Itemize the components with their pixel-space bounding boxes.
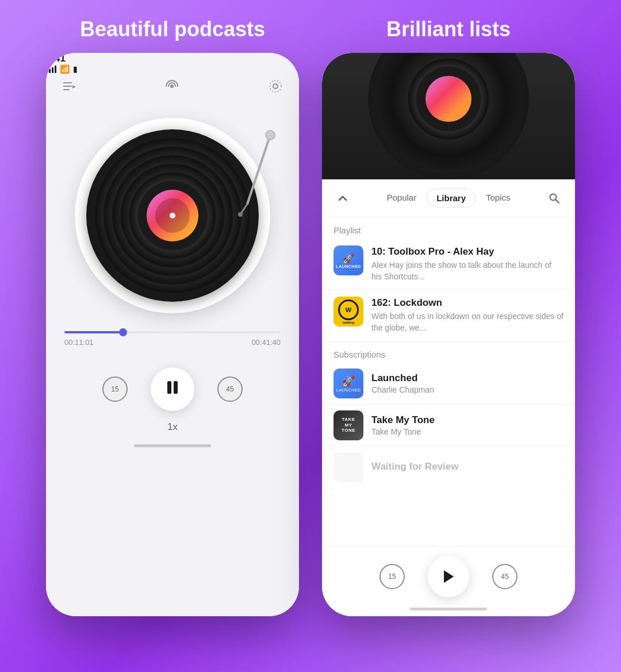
skip-forward-label: 45 <box>226 385 233 393</box>
progress-thumb <box>119 328 127 336</box>
home-indicator <box>134 444 211 447</box>
subscriptions-section-header: Subscriptions <box>322 341 575 363</box>
artwork-lockdown: W waiting <box>334 297 363 327</box>
playback-controls: 15 45 <box>46 356 299 417</box>
collapse-button[interactable] <box>334 189 352 208</box>
list-fade <box>322 489 575 506</box>
svg-marker-15 <box>444 570 454 583</box>
pause-icon <box>166 379 179 399</box>
playlist-item-2-title: 162: Lockdown <box>371 297 564 309</box>
svg-point-8 <box>266 130 275 140</box>
subscription-2-author: Take My Tone <box>371 427 564 436</box>
subscription-item-3-partial: Waiting for Review <box>322 447 575 489</box>
svg-rect-12 <box>174 381 178 394</box>
right-skip-forward-label: 45 <box>501 573 508 581</box>
playlist-item-1-text: 10: Toolbox Pro - Alex Hay Alex Hay join… <box>371 245 564 282</box>
subscription-3-text: Waiting for Review <box>371 461 564 474</box>
playlist-item-2[interactable]: W waiting 162: Lockdown With both of us … <box>322 290 575 341</box>
time-labels: 00:11:01 00:41:40 <box>64 338 281 347</box>
total-time: 00:41:40 <box>251 338 281 347</box>
artwork-take-my-tone: TAKEMYTONE <box>334 410 363 440</box>
svg-rect-11 <box>167 381 171 394</box>
svg-line-9 <box>241 204 247 213</box>
tab-popular[interactable]: Popular <box>377 189 425 208</box>
right-play-button[interactable] <box>428 556 469 597</box>
svg-line-14 <box>556 200 559 203</box>
artwork-launched-sub: 🚀 LAUNCHED <box>334 368 363 398</box>
tab-library[interactable]: Library <box>427 189 476 208</box>
tabs-row: Popular Library Topics <box>322 179 575 217</box>
vinyl-label <box>147 190 198 241</box>
signal-bars-icon <box>46 65 56 73</box>
svg-point-4 <box>170 85 174 88</box>
playlist-item-1-subtitle: Alex Hay joins the show to talk about th… <box>371 260 564 282</box>
skip-back-label: 15 <box>111 385 118 393</box>
right-skip-back-label: 15 <box>388 573 396 581</box>
play-pause-button[interactable] <box>151 367 194 411</box>
skip-back-button[interactable]: 15 <box>102 377 128 402</box>
skip-forward-button[interactable]: 45 <box>217 377 243 402</box>
right-home-indicator <box>410 608 487 610</box>
playlist-item-2-subtitle: With both of us in lockdown on our respe… <box>371 311 564 333</box>
subscription-2-text: Take My Tone Take My Tone <box>371 414 564 436</box>
album-peek <box>322 53 575 179</box>
playback-speed[interactable]: 1x <box>46 417 299 444</box>
tab-topics[interactable]: Topics <box>477 189 520 208</box>
album-label-peek <box>425 76 471 122</box>
svg-point-6 <box>270 80 281 92</box>
subscription-item-2[interactable]: TAKEMYTONE Take My Tone Take My Tone <box>322 405 575 447</box>
left-section-title: Beautiful podcasts <box>80 17 265 41</box>
svg-point-5 <box>273 84 278 89</box>
vinyl-area <box>46 103 299 322</box>
left-phone: 9:41 📶 ▮ <box>46 53 299 616</box>
subscription-1-text: Launched Charlie Chapman <box>371 373 564 394</box>
playlist-item-1-title: 10: Toolbox Pro - Alex Hay <box>371 245 564 258</box>
right-phone: Popular Library Topics Playlist 🚀 LAUNC <box>322 53 575 616</box>
tonearm <box>224 129 276 229</box>
subscription-1-title: Launched <box>371 373 564 384</box>
search-button[interactable] <box>545 189 564 208</box>
svg-line-7 <box>247 135 270 204</box>
current-time: 00:11:01 <box>64 338 94 347</box>
progress-bar[interactable] <box>64 331 281 333</box>
settings-icon[interactable] <box>268 79 283 96</box>
artwork-launched-1: 🚀 LAUNCHED <box>334 245 363 275</box>
subscription-1-author: Charlie Chapman <box>371 385 564 394</box>
status-bar: 9:41 📶 ▮ <box>46 53 299 74</box>
svg-marker-3 <box>72 85 76 89</box>
progress-fill <box>64 331 123 333</box>
cast-icon[interactable] <box>164 78 180 97</box>
queue-icon[interactable] <box>62 79 76 96</box>
subscription-item-1[interactable]: 🚀 LAUNCHED Launched Charlie Chapman <box>322 363 575 405</box>
artwork-waiting <box>334 452 363 482</box>
status-icons: 📶 ▮ <box>46 64 299 74</box>
status-time: 9:41 <box>46 53 66 64</box>
playlist-section-header: Playlist <box>322 217 575 239</box>
svg-point-10 <box>238 212 243 217</box>
right-playback-controls: 15 45 <box>322 546 575 603</box>
subscription-2-title: Take My Tone <box>371 414 564 426</box>
right-skip-back-button[interactable]: 15 <box>379 564 405 589</box>
tab-bar: Popular Library Topics <box>356 189 540 208</box>
wifi-icon: 📶 <box>60 64 70 74</box>
playlist-item-2-text: 162: Lockdown With both of us in lockdow… <box>371 297 564 333</box>
album-peek-record <box>368 53 529 179</box>
right-skip-forward-button[interactable]: 45 <box>492 564 518 589</box>
svg-point-13 <box>550 194 557 200</box>
right-section-title: Brilliant lists <box>386 17 511 41</box>
player-toolbar <box>46 74 299 103</box>
playlist-item-1[interactable]: 🚀 LAUNCHED 10: Toolbox Pro - Alex Hay Al… <box>322 239 575 290</box>
turntable-base <box>75 118 270 313</box>
subscription-3-title: Waiting for Review <box>371 461 564 473</box>
progress-section: 00:11:01 00:41:40 <box>46 322 299 356</box>
battery-icon: ▮ <box>73 64 78 74</box>
